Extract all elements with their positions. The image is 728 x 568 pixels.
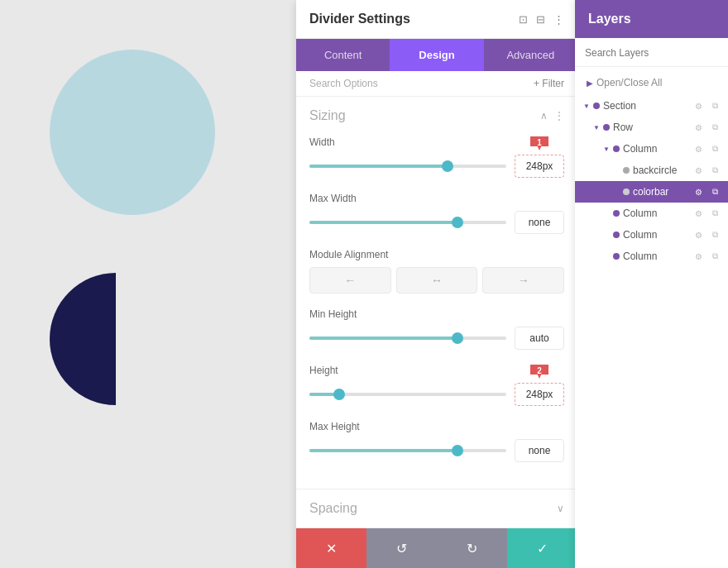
layer-item-column4[interactable]: ▶ Column ⚙ ⧉ (575, 246, 728, 267)
layer-item-section[interactable]: ▼ Section ⚙ ⧉ (575, 95, 728, 117)
settings-panel: Divider Settings ⊡ ⊟ ⋮ Content Design Ad… (296, 0, 577, 568)
row-color-dot (603, 124, 610, 131)
width-slider-thumb[interactable] (442, 160, 453, 172)
colorbar-icons: ⚙ ⧉ (692, 185, 721, 198)
max-width-slider-track[interactable] (309, 221, 506, 224)
col1-duplicate-icon[interactable]: ⧉ (708, 142, 721, 155)
tab-content[interactable]: Content (296, 39, 390, 71)
col4-settings-icon[interactable]: ⚙ (692, 250, 705, 263)
col3-color-dot (613, 231, 620, 238)
layer-item-column1[interactable]: ▼ Column ⚙ ⧉ (575, 138, 728, 160)
half-circle-shape (50, 273, 182, 405)
col2-settings-icon[interactable]: ⚙ (692, 207, 705, 220)
backcircle-duplicate-icon[interactable]: ⧉ (708, 164, 721, 177)
max-width-slider-row: none (309, 211, 564, 234)
cancel-button[interactable]: ✕ (296, 528, 366, 568)
layer-item-column2[interactable]: ▶ Column ⚙ ⧉ (575, 203, 728, 224)
col2-name: Column (623, 208, 690, 219)
tab-advanced[interactable]: Advanced (484, 39, 577, 71)
layer-item-column3[interactable]: ▶ Column ⚙ ⧉ (575, 224, 728, 246)
colorbar-settings-icon[interactable]: ⚙ (692, 185, 705, 198)
width-slider-row: 1 248px (309, 155, 564, 178)
align-center-btn[interactable]: ↔ (396, 267, 478, 294)
min-height-slider-track[interactable] (309, 337, 506, 340)
height-value-box[interactable]: 2 248px (515, 383, 564, 406)
max-height-slider-track[interactable] (309, 449, 506, 452)
min-height-value-box[interactable]: auto (515, 327, 564, 350)
width-tooltip-badge: 1 (530, 134, 548, 150)
max-height-slider-thumb[interactable] (452, 445, 463, 456)
width-value-box[interactable]: 1 248px (515, 155, 564, 178)
max-height-value: none (529, 445, 551, 456)
col3-duplicate-icon[interactable]: ⧉ (708, 228, 721, 241)
col2-duplicate-icon[interactable]: ⧉ (708, 207, 721, 220)
section-name: Section (603, 100, 690, 112)
max-width-field: Max Width none (309, 193, 564, 234)
sizing-section-header: Sizing ∧ ⋮ (309, 108, 564, 123)
row-settings-icon[interactable]: ⚙ (692, 121, 705, 134)
tab-design[interactable]: Design (390, 39, 483, 71)
height-value: 248px (526, 389, 553, 400)
duplicate-icon[interactable]: ⧉ (708, 99, 721, 112)
backcircle-name: backcircle (633, 165, 690, 176)
col4-name: Column (623, 251, 690, 262)
sizing-section: Sizing ∧ ⋮ Width 1 248px (296, 97, 577, 489)
sizing-more-icon[interactable]: ⋮ (554, 110, 564, 122)
col1-color-dot (613, 146, 620, 152)
max-height-value-box[interactable]: none (515, 439, 564, 462)
panel-tabs: Content Design Advanced (296, 39, 577, 71)
backcircle-settings-icon[interactable]: ⚙ (692, 164, 705, 177)
redo-button[interactable]: ↻ (437, 528, 507, 568)
undo-button[interactable]: ↺ (366, 528, 437, 568)
col2-color-dot (613, 210, 620, 217)
canvas-area (0, 0, 298, 568)
col1-settings-icon[interactable]: ⚙ (692, 142, 705, 155)
height-slider-thumb[interactable] (333, 389, 345, 400)
max-width-slider-thumb[interactable] (452, 217, 463, 228)
search-options-text: Search Options (309, 78, 378, 89)
width-slider-track[interactable] (309, 165, 506, 168)
min-height-value: auto (529, 332, 548, 344)
col3-settings-icon[interactable]: ⚙ (692, 228, 705, 241)
sizing-header-icons: ∧ ⋮ (540, 110, 564, 122)
height-label: Height (309, 365, 564, 376)
row-duplicate-icon[interactable]: ⧉ (708, 121, 721, 134)
layer-item-row[interactable]: ▼ Row ⚙ ⧉ (575, 117, 728, 138)
spacing-expand-icon[interactable]: ∨ (557, 503, 564, 514)
redo-icon: ↻ (467, 541, 477, 556)
more-icon[interactable]: ⋮ (553, 13, 564, 26)
settings-icon[interactable]: ⚙ (692, 99, 705, 112)
max-height-slider-row: none (309, 439, 564, 462)
save-button[interactable]: ✓ (507, 528, 577, 568)
col4-duplicate-icon[interactable]: ⧉ (708, 250, 721, 263)
col1-icons: ⚙ ⧉ (692, 142, 721, 155)
max-height-field: Max Height none (309, 421, 564, 462)
layer-item-colorbar[interactable]: ▶ colorbar ⚙ ⧉ (575, 181, 728, 203)
backcircle-icons: ⚙ ⧉ (692, 164, 721, 177)
layout-icon[interactable]: ⊟ (536, 13, 545, 26)
section-toggle[interactable]: ▼ (582, 101, 592, 111)
save-icon: ✓ (537, 541, 548, 556)
layer-item-backcircle[interactable]: ▶ backcircle ⚙ ⧉ (575, 160, 728, 181)
module-alignment-label: Module Alignment (309, 249, 564, 260)
layers-search[interactable] (575, 38, 728, 67)
open-close-all[interactable]: ▶ Open/Close All (575, 70, 728, 95)
alignment-buttons: ← ↔ → (309, 267, 564, 294)
height-field: Height 2 248px (309, 365, 564, 406)
row-toggle[interactable]: ▼ (592, 122, 601, 132)
align-left-btn[interactable]: ← (309, 267, 391, 294)
max-width-value-box[interactable]: none (515, 211, 564, 234)
sizing-collapse-icon[interactable]: ∧ (540, 110, 548, 122)
height-slider-track[interactable] (309, 393, 506, 396)
min-height-slider-thumb[interactable] (452, 332, 463, 344)
layers-search-input[interactable] (585, 47, 718, 59)
filter-button[interactable]: + Filter (534, 78, 564, 89)
col1-toggle[interactable]: ▼ (601, 144, 611, 154)
width-label: Width (309, 136, 564, 148)
colorbar-duplicate-icon[interactable]: ⧉ (708, 185, 721, 198)
responsive-icon[interactable]: ⊡ (519, 13, 528, 26)
align-right-btn[interactable]: → (482, 267, 564, 294)
layers-body: ▶ Open/Close All ▼ Section ⚙ ⧉ ▼ Row ⚙ ⧉… (575, 67, 728, 568)
min-height-label: Min Height (309, 308, 564, 320)
sizing-title: Sizing (309, 108, 346, 123)
